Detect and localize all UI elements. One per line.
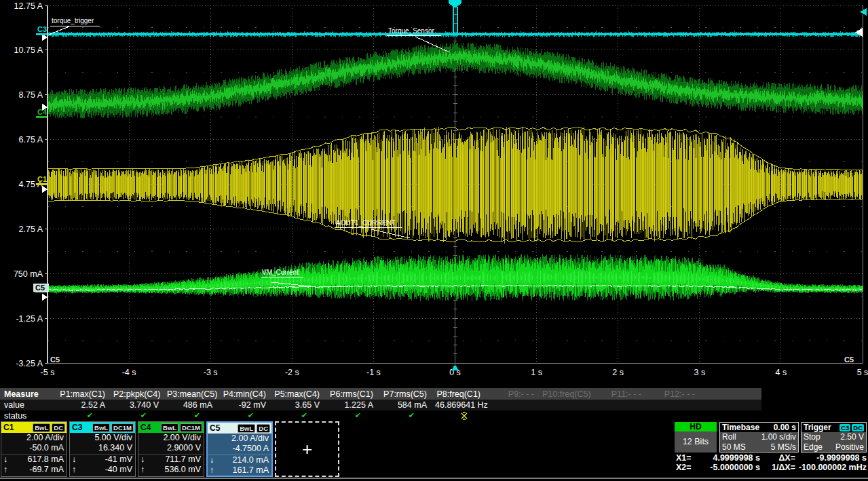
- y-axis-label: 6.75 A: [19, 135, 43, 145]
- c1-offset: -50.0 mA: [1, 443, 67, 453]
- cursor-invdx-value: -100.000002 mHz: [795, 463, 867, 473]
- trace-annotation-label: AOUT1_CURRENT: [336, 219, 396, 227]
- measure-header-1[interactable]: P1:max(C1): [60, 389, 113, 399]
- measure-header-8[interactable]: P8:freq(C1): [435, 389, 489, 399]
- trace-c3-trigger-pulse: [453, 7, 457, 34]
- hd-bits-label: 12 Bits: [675, 431, 717, 452]
- acquisition-hd-box[interactable]: HD 12 Bits: [675, 422, 717, 453]
- measure-header-9[interactable]: P9:- - -: [489, 389, 542, 399]
- timebase-box[interactable]: Timebase 0.00 s Roll 1.00 s/div 50 MS 5 …: [719, 422, 799, 453]
- measure-header-12[interactable]: P12:- - -: [649, 389, 703, 399]
- y-axis-label: 12.75 A: [14, 1, 43, 11]
- y-axis-label: 8.75 A: [19, 90, 43, 100]
- trigger-coupling-badge: DC: [852, 424, 864, 431]
- trigger-level: 2.50 V: [840, 432, 864, 442]
- grid-corner-trace-label: C5: [50, 355, 60, 364]
- measure-table: Measure P1:max(C1)P2:pkpk(C4)P3:mean(C5)…: [0, 388, 868, 421]
- status-check-icon: ✔: [409, 411, 415, 419]
- window-bottom-edge: [0, 478, 868, 479]
- x-axis-label: 2 s: [612, 368, 624, 377]
- measure-status-3: ✔: [167, 411, 221, 420]
- measure-header-7[interactable]: P7:rms(C5): [381, 389, 435, 399]
- c5-cursor2-value: 161.7 mA: [232, 465, 269, 476]
- channel-c1-axis-label: C1: [37, 175, 47, 183]
- c3-vertical-scale: 5.00 V/div: [70, 433, 135, 443]
- measure-header-4[interactable]: P4:min(C4): [221, 389, 274, 399]
- hd-mode-label: HD: [675, 422, 717, 431]
- status-warning-icon: [460, 412, 468, 420]
- measure-status-row: status ✔✔✔✔✔✔✔: [0, 410, 761, 421]
- cursor-dx-label: ΔX=: [760, 454, 795, 463]
- channel-c3-header[interactable]: C3 BwL DC1M: [70, 422, 135, 433]
- channel-descriptor-c1[interactable]: C1 BwL DC 2.00 A/div -50.0 mA ↓617.8 mA …: [1, 421, 67, 477]
- measure-header-11[interactable]: P11:- - -: [596, 389, 649, 399]
- c5-cursor1-value: 214.0 mA: [232, 455, 269, 465]
- trigger-source-badge: C3: [839, 424, 850, 431]
- cursor-readout: X1= 4.9999998 s ΔX= -9.9999998 s X2= -5.…: [676, 454, 867, 472]
- y-axis-label: -1.25 A: [16, 314, 43, 324]
- cursor-up-arrow-icon: ↑: [140, 465, 145, 475]
- status-check-icon: ✔: [140, 411, 147, 419]
- oscilloscope-screen: 12.75 A10.75 A8.75 A6.75 A4.75 A2.75 A75…: [0, 0, 868, 481]
- channel-descriptor-c3[interactable]: C3 BwL DC1M 5.00 V/div 16.340 V ↓-41 mV …: [69, 421, 136, 477]
- c1-coupling-badge: DC: [52, 423, 65, 432]
- measure-header-5[interactable]: P5:max(C4): [274, 389, 328, 399]
- measure-status-5: ✔: [274, 411, 328, 420]
- measure-value-3: 486 mA: [167, 400, 221, 410]
- channel-c4-header[interactable]: C4 BwL DC1M: [138, 422, 204, 433]
- status-check-icon: ✔: [355, 411, 361, 419]
- y-axis-label: 10.75 A: [14, 45, 43, 55]
- measure-header-6[interactable]: P6:rms(C1): [328, 389, 381, 399]
- c1-cursor2-value: -69.7 mA: [29, 465, 64, 475]
- y-axis-label: -3.25 A: [16, 359, 43, 368]
- measure-value-1: 2.52 A: [60, 400, 113, 410]
- measure-status-2: ✔: [113, 411, 167, 420]
- trigger-slope: Positive: [835, 442, 864, 453]
- trigger-type: Edge: [804, 442, 823, 453]
- measure-status-8: [435, 411, 489, 420]
- channel-c3-axis-label: C3: [37, 25, 47, 33]
- c3-cursor1-value: -41 mV: [105, 455, 132, 465]
- cursor-up-arrow-icon: ↑: [3, 465, 7, 475]
- c3-bandwidth-limit-badge: BwL: [92, 423, 110, 432]
- trigger-time-marker-icon[interactable]: [449, 0, 461, 8]
- waveform-display-grid[interactable]: 12.75 A10.75 A8.75 A6.75 A4.75 A2.75 A75…: [0, 0, 868, 383]
- measure-status-1: ✔: [60, 411, 113, 420]
- channel-descriptor-c4[interactable]: C4 BwL DC1M 2.00 V/div 2.9000 V ↓711.7 m…: [138, 421, 204, 477]
- channel-c5-name: C5: [209, 423, 220, 433]
- cursor-up-arrow-icon: ↑: [210, 465, 214, 476]
- c4-cursor2-value: 536.0 mV: [164, 465, 201, 475]
- timebase-title: Timebase: [722, 423, 759, 432]
- c4-bandwidth-limit-badge: BwL: [161, 423, 178, 432]
- trace-annotation-label: VM_Current: [262, 269, 299, 276]
- x-axis-label: 3 s: [694, 368, 705, 377]
- measure-header-10[interactable]: P10:freq(C5): [542, 389, 596, 399]
- c1-cursor1-value: 617.8 mA: [27, 455, 64, 465]
- y-axis-label: 2.75 A: [19, 225, 43, 234]
- measure-value-6: 1.225 A: [328, 400, 381, 410]
- timebase-rate: 5 MS/s: [771, 442, 796, 453]
- channel-c5-header[interactable]: C5 BwL DC: [208, 423, 271, 434]
- x-axis-label: 1 s: [531, 368, 542, 377]
- add-trace-button[interactable]: +: [275, 421, 339, 477]
- measure-status-7: ✔: [381, 411, 435, 420]
- measure-value-4: -92 mV: [221, 400, 274, 410]
- cursor-x1-label: X1=: [676, 454, 699, 463]
- cursor-down-arrow-icon: ↓: [140, 455, 145, 465]
- measure-header-2[interactable]: P2:pkpk(C4): [113, 389, 167, 399]
- channel-c5-axis-label: C5: [35, 284, 45, 292]
- channel-c1-header[interactable]: C1 BwL DC: [1, 422, 67, 433]
- trigger-level-marker-icon[interactable]: [860, 8, 867, 16]
- trace-annotation-label: Torque_Sensor: [388, 27, 434, 35]
- x-axis-label: -4 s: [122, 368, 136, 377]
- trigger-title: Trigger: [804, 423, 831, 432]
- cursor-dx-value: -9.9999998 s: [795, 454, 867, 463]
- c4-vertical-scale: 2.00 V/div: [138, 433, 204, 443]
- channel-descriptor-c5[interactable]: C5 BwL DC 2.00 A/div -4.7500 A ↓214.0 mA…: [206, 421, 273, 477]
- c1-vertical-scale: 2.00 A/div: [1, 433, 67, 443]
- measure-value-8: 46.869641 Hz: [435, 400, 489, 410]
- measure-header-3[interactable]: P3:mean(C5): [167, 389, 221, 399]
- channel-c1-name: C1: [3, 423, 14, 432]
- trigger-box[interactable]: Trigger C3 DC Stop 2.50 V Edge Positive: [801, 422, 867, 453]
- cursor-down-arrow-icon: ↓: [210, 455, 214, 465]
